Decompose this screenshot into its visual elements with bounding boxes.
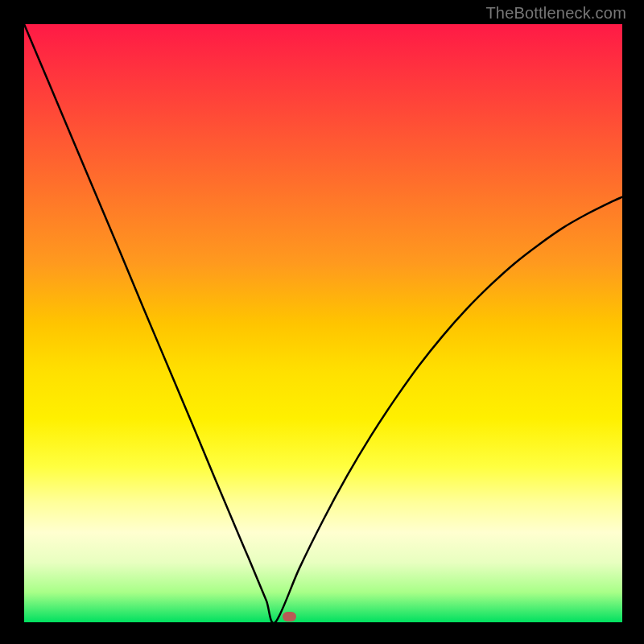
chart-curve (24, 24, 622, 622)
watermark-text: TheBottleneck.com (485, 4, 626, 23)
optimal-point-marker (283, 612, 296, 621)
chart-plot-area (24, 24, 622, 622)
